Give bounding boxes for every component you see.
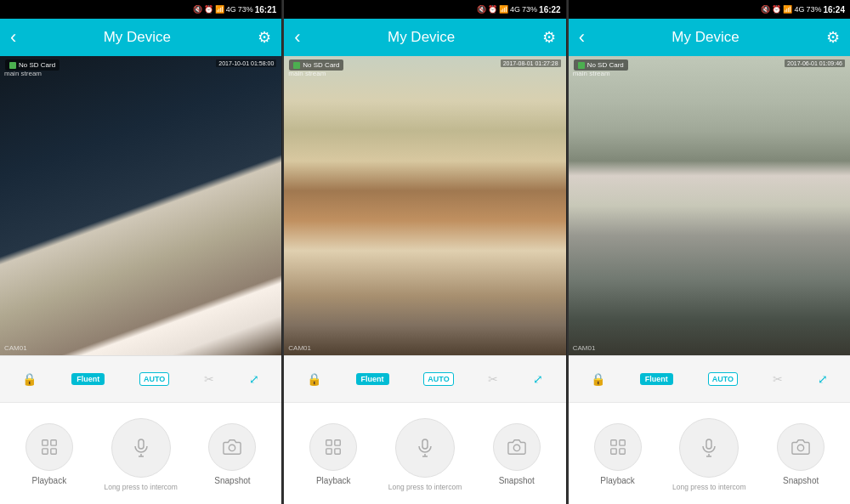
expand-icon: ⤢ <box>533 372 543 386</box>
snapshot-button[interactable]: Snapshot <box>755 423 847 485</box>
playback-button[interactable]: Playback <box>287 423 379 485</box>
svg-rect-10 <box>335 449 340 454</box>
intercom-button[interactable]: Long press to intercom <box>95 418 187 491</box>
camera-timestamp: 2017-06-01 01:09:46 <box>785 59 845 67</box>
network-icon: 4G <box>794 5 804 14</box>
playback-icon <box>40 438 59 456</box>
intercom-button-circle <box>395 418 455 478</box>
back-button[interactable]: ‹ <box>294 26 300 48</box>
svg-rect-19 <box>610 449 615 454</box>
snapshot-button-circle <box>493 423 541 471</box>
status-icons: 🔇 ⏰ 📶 4G 73% 16:22 <box>477 5 561 14</box>
expand-button[interactable]: ⤢ <box>533 372 543 386</box>
playback-button-label: Playback <box>600 476 635 485</box>
fluent-badge: Fluent <box>71 373 105 385</box>
wifi-icon: 📶 <box>215 5 224 14</box>
lock-icon: 🔒 <box>591 372 605 386</box>
settings-button[interactable]: ⚙ <box>826 28 840 47</box>
playback-button[interactable]: Playback <box>3 423 95 485</box>
fluent-button[interactable]: Fluent <box>640 373 673 385</box>
status-bar-1: 🔇 ⏰ 📶 4G 73% 16:21 <box>0 0 281 19</box>
battery-icon: 73% <box>522 5 537 14</box>
svg-rect-4 <box>139 439 144 449</box>
playback-icon <box>324 438 343 456</box>
time-display: 16:24 <box>823 5 845 14</box>
sd-card-label: No SD Card <box>19 61 55 69</box>
intercom-button[interactable]: Long press to intercom <box>663 418 755 491</box>
action-bar-1: Playback Long press to intercom <box>0 402 281 504</box>
controls-bar-2: 🔒 Fluent AUTO ✂ ⤢ <box>284 355 565 402</box>
back-button[interactable]: ‹ <box>10 26 16 48</box>
alarm-icon: ⏰ <box>772 5 781 14</box>
network-icon: 4G <box>226 5 236 14</box>
battery-icon: 73% <box>806 5 821 14</box>
snapshot-icon <box>223 438 241 456</box>
auto-badge: AUTO <box>139 372 169 386</box>
sd-dot-icon <box>293 62 300 69</box>
page-title: My Device <box>585 29 826 46</box>
snapshot-button-label: Snapshot <box>214 476 250 485</box>
svg-point-15 <box>513 445 519 450</box>
scissors-button[interactable]: ✂ <box>488 372 498 386</box>
microphone-icon <box>699 438 719 458</box>
status-icons: 🔇 ⏰ 📶 4G 73% 16:21 <box>193 5 277 14</box>
page-title: My Device <box>16 29 258 46</box>
alarm-icon: ⏰ <box>488 5 497 14</box>
scissors-button[interactable]: ✂ <box>204 372 214 386</box>
camera-view-1[interactable]: No SD Card 2017-10-01 01:58:00 main stre… <box>0 56 281 355</box>
playback-button-circle <box>26 423 73 471</box>
intercom-button-circle <box>111 418 171 478</box>
back-button[interactable]: ‹ <box>579 26 585 48</box>
auto-badge: AUTO <box>423 372 453 386</box>
fluent-button[interactable]: Fluent <box>71 373 105 385</box>
cam-id-label: CAM01 <box>4 344 27 352</box>
expand-button[interactable]: ⤢ <box>249 372 259 386</box>
microphone-icon <box>131 438 151 458</box>
playback-button[interactable]: Playback <box>572 423 664 485</box>
wifi-icon: 📶 <box>783 5 792 14</box>
lock-button[interactable]: 🔒 <box>22 372 37 386</box>
top-bar-1: ‹ My Device ⚙ <box>0 19 281 56</box>
lock-button[interactable]: 🔒 <box>591 372 605 386</box>
battery-icon: 73% <box>238 5 253 14</box>
lock-icon: 🔒 <box>22 372 37 386</box>
microphone-icon <box>415 438 435 458</box>
expand-button[interactable]: ⤢ <box>818 372 828 386</box>
auto-button[interactable]: AUTO <box>139 372 169 386</box>
snapshot-icon <box>791 438 810 456</box>
scissors-icon: ✂ <box>204 372 214 386</box>
sd-dot-icon <box>9 62 16 69</box>
network-icon: 4G <box>510 5 520 14</box>
cam-id-label: CAM01 <box>288 344 311 352</box>
svg-rect-20 <box>706 439 711 449</box>
camera-view-2[interactable]: No SD Card 2017-08-01 01:27:28 main stre… <box>284 56 565 355</box>
scissors-icon: ✂ <box>488 372 498 386</box>
scissors-icon: ✂ <box>773 372 783 386</box>
snapshot-button[interactable]: Snapshot <box>471 423 563 485</box>
svg-rect-2 <box>51 449 56 454</box>
svg-rect-12 <box>422 439 428 449</box>
action-bar-3: Playback Long press to intercom <box>569 402 850 504</box>
camera-view-3[interactable]: No SD Card 2017-06-01 01:09:46 main stre… <box>569 56 850 355</box>
intercom-button[interactable]: Long press to intercom <box>379 418 471 491</box>
time-display: 16:22 <box>539 5 561 14</box>
snapshot-button-circle <box>208 423 256 471</box>
auto-button[interactable]: AUTO <box>423 372 453 386</box>
sd-card-label: No SD Card <box>587 61 624 69</box>
controls-bar-3: 🔒 Fluent AUTO ✂ ⤢ <box>569 355 850 402</box>
settings-button[interactable]: ⚙ <box>542 28 556 47</box>
lock-button[interactable]: 🔒 <box>307 372 321 386</box>
svg-rect-17 <box>619 440 624 445</box>
settings-button[interactable]: ⚙ <box>258 28 271 47</box>
scissors-button[interactable]: ✂ <box>773 372 783 386</box>
auto-button[interactable]: AUTO <box>708 372 738 386</box>
auto-badge: AUTO <box>708 372 738 386</box>
fluent-button[interactable]: Fluent <box>356 373 389 385</box>
snapshot-button[interactable]: Snapshot <box>187 423 279 485</box>
stream-label: main stream <box>4 70 42 77</box>
alarm-icon: ⏰ <box>204 5 213 14</box>
snapshot-icon <box>507 438 526 456</box>
expand-icon: ⤢ <box>818 372 828 386</box>
controls-bar-1: 🔒 Fluent AUTO ✂ ⤢ <box>0 355 281 402</box>
mute-icon: 🔇 <box>193 5 202 14</box>
